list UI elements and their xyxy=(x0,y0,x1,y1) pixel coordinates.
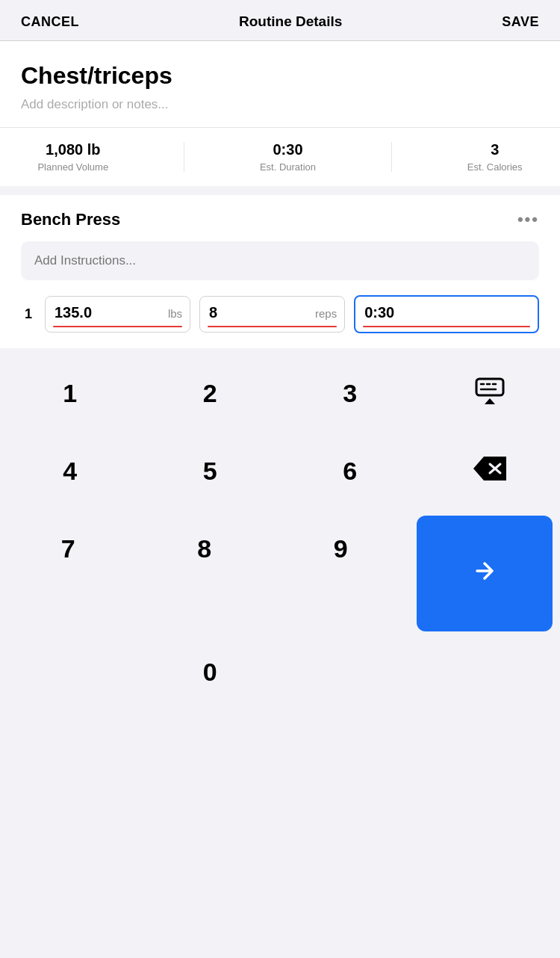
next-button[interactable] xyxy=(417,516,553,631)
numpad-key-7[interactable]: 7 xyxy=(0,511,137,586)
numpad-key-3[interactable]: 3 xyxy=(280,356,420,430)
numpad: 1 2 3 4 5 6 xyxy=(0,348,560,709)
est-calories-label: Est. Calories xyxy=(467,161,523,173)
rest-underline xyxy=(363,326,530,327)
weight-value: 135.0 xyxy=(55,304,181,321)
keyboard-hide-icon xyxy=(475,377,505,410)
routine-description-placeholder[interactable]: Add description or notes... xyxy=(21,97,539,112)
numpad-key-8[interactable]: 8 xyxy=(137,511,273,586)
reps-underline xyxy=(208,326,337,327)
routine-section: Chest/triceps Add description or notes..… xyxy=(0,41,560,127)
numpad-key-9[interactable]: 9 xyxy=(273,511,409,586)
keyboard-hide-button[interactable] xyxy=(420,356,561,430)
numpad-row-4: 0 xyxy=(0,634,560,709)
stats-divider-2 xyxy=(391,142,392,172)
header: CANCEL Routine Details SAVE xyxy=(0,0,560,41)
more-options-button[interactable]: ••• xyxy=(517,210,539,229)
numpad-key-4[interactable]: 4 xyxy=(0,433,140,508)
numpad-key-2[interactable]: 2 xyxy=(140,356,281,430)
svg-rect-0 xyxy=(476,379,503,395)
reps-unit: reps xyxy=(315,306,337,319)
page-title: Routine Details xyxy=(239,13,342,30)
cancel-button[interactable]: CANCEL xyxy=(21,14,79,30)
stats-divider-1 xyxy=(184,142,184,172)
numpad-key-6[interactable]: 6 xyxy=(280,433,420,508)
save-button[interactable]: SAVE xyxy=(502,14,539,30)
stats-section: 1,080 lb Planned Volume 0:30 Est. Durati… xyxy=(0,127,560,186)
rest-value: 0:30 xyxy=(364,304,529,321)
numpad-key-0[interactable]: 0 xyxy=(140,634,281,709)
svg-marker-5 xyxy=(485,398,495,404)
instructions-input[interactable] xyxy=(21,241,539,280)
weight-input-wrap[interactable]: 135.0 lbs xyxy=(45,296,190,333)
numpad-key-1[interactable]: 1 xyxy=(0,356,140,430)
set-number: 1 xyxy=(21,306,36,322)
est-calories-value: 3 xyxy=(491,141,499,158)
planned-volume-value: 1,080 lb xyxy=(46,141,100,158)
routine-title: Chest/triceps xyxy=(21,62,539,90)
weight-underline xyxy=(53,326,182,327)
stat-planned-volume: 1,080 lb Planned Volume xyxy=(37,141,108,173)
stat-est-calories: 3 Est. Calories xyxy=(467,141,523,173)
numpad-row-1: 1 2 3 xyxy=(0,356,560,430)
exercise-header: Bench Press ••• xyxy=(21,210,539,229)
rest-input-wrap[interactable]: 0:30 xyxy=(354,295,539,333)
backspace-button[interactable] xyxy=(420,433,561,508)
est-duration-value: 0:30 xyxy=(273,141,302,158)
weight-unit: lbs xyxy=(168,306,182,319)
reps-input-wrap[interactable]: 8 reps xyxy=(199,296,345,333)
backspace-icon xyxy=(473,457,506,486)
planned-volume-label: Planned Volume xyxy=(37,161,108,173)
exercise-section: Bench Press ••• 1 135.0 lbs 8 reps 0:30 xyxy=(0,195,560,348)
exercise-title: Bench Press xyxy=(21,210,120,229)
numpad-row-3: 7 8 9 xyxy=(0,511,560,631)
next-arrow-icon xyxy=(471,557,498,590)
est-duration-label: Est. Duration xyxy=(260,161,316,173)
set-row: 1 135.0 lbs 8 reps 0:30 xyxy=(21,295,539,348)
numpad-row-2: 4 5 6 xyxy=(0,433,560,508)
numpad-key-5[interactable]: 5 xyxy=(140,433,281,508)
stat-est-duration: 0:30 Est. Duration xyxy=(260,141,316,173)
